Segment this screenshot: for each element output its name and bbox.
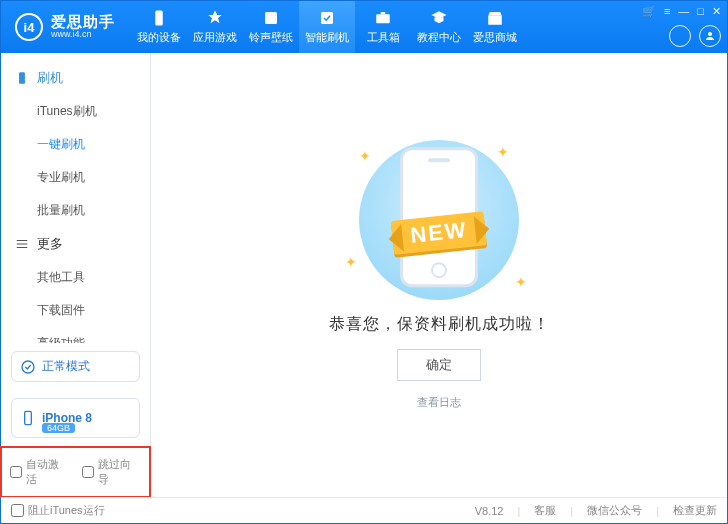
svg-rect-7 [19, 72, 25, 84]
svg-point-6 [708, 32, 712, 36]
sidebar-item-other-tools[interactable]: 其他工具 [1, 261, 150, 294]
title-bar: i4 爱思助手 www.i4.cn 我的设备 应用游戏 铃声壁纸 智能刷机 工具… [1, 1, 727, 53]
close-icon[interactable]: ✕ [712, 5, 721, 18]
cart-icon[interactable]: 🛒 [642, 5, 656, 18]
logo-badge-icon: i4 [15, 13, 43, 41]
mode-indicator[interactable]: 正常模式 [11, 351, 140, 382]
svg-rect-3 [376, 14, 390, 23]
app-subtitle: www.i4.cn [51, 30, 115, 40]
version-label: V8.12 [475, 505, 504, 517]
update-link[interactable]: 检查更新 [673, 503, 717, 518]
confirm-button[interactable]: 确定 [397, 349, 481, 381]
stop-itunes-checkbox[interactable]: 阻止iTunes运行 [11, 503, 105, 518]
sidebar-item-advanced[interactable]: 高级功能 [1, 327, 150, 343]
sidebar-section-flash: 刷机 [1, 61, 150, 95]
minimize-icon[interactable]: — [678, 5, 689, 18]
device-capacity-badge: 64GB [42, 423, 75, 433]
svg-rect-9 [25, 411, 32, 424]
skip-guide-checkbox[interactable]: 跳过向导 [82, 457, 142, 487]
sidebar: 刷机 iTunes刷机 一键刷机 专业刷机 批量刷机 更多 其他工具 下载固件 … [1, 53, 151, 497]
maximize-icon[interactable]: □ [697, 5, 704, 18]
sidebar-item-oneclick-flash[interactable]: 一键刷机 [1, 128, 150, 161]
menu-icon[interactable]: ≡ [664, 5, 670, 18]
tab-tutorial[interactable]: 教程中心 [411, 1, 467, 53]
flash-options: 自动激活 跳过向导 [0, 446, 151, 498]
sidebar-item-pro-flash[interactable]: 专业刷机 [1, 161, 150, 194]
success-message: 恭喜您，保资料刷机成功啦！ [329, 314, 550, 335]
device-indicator[interactable]: iPhone 8 64GB [11, 398, 140, 438]
tab-flash[interactable]: 智能刷机 [299, 1, 355, 53]
download-icon[interactable] [669, 25, 691, 47]
tab-mall[interactable]: 爱思商城 [467, 1, 523, 53]
tab-ringtone[interactable]: 铃声壁纸 [243, 1, 299, 53]
service-link[interactable]: 客服 [534, 503, 556, 518]
auto-activate-checkbox[interactable]: 自动激活 [10, 457, 70, 487]
svg-rect-4 [381, 12, 386, 14]
sidebar-section-more: 更多 [1, 227, 150, 261]
wechat-link[interactable]: 微信公众号 [587, 503, 642, 518]
success-illustration: ✦ ✦ ✦ ✦ NEW [339, 140, 539, 300]
svg-rect-5 [488, 16, 502, 25]
svg-rect-2 [321, 12, 333, 24]
sidebar-item-itunes-flash[interactable]: iTunes刷机 [1, 95, 150, 128]
tab-device[interactable]: 我的设备 [131, 1, 187, 53]
window-buttons: 🛒 ≡ — □ ✕ [642, 5, 721, 18]
app-logo: i4 爱思助手 www.i4.cn [1, 13, 129, 41]
svg-point-8 [22, 361, 34, 373]
sidebar-item-download-fw[interactable]: 下载固件 [1, 294, 150, 327]
main-tabs: 我的设备 应用游戏 铃声壁纸 智能刷机 工具箱 教程中心 爱思商城 [131, 1, 523, 53]
tab-tools[interactable]: 工具箱 [355, 1, 411, 53]
sidebar-item-batch-flash[interactable]: 批量刷机 [1, 194, 150, 227]
user-icon[interactable] [699, 25, 721, 47]
svg-rect-1 [265, 12, 277, 24]
status-bar: 阻止iTunes运行 V8.12| 客服| 微信公众号| 检查更新 [1, 497, 727, 523]
main-content: ✦ ✦ ✦ ✦ NEW 恭喜您，保资料刷机成功啦！ 确定 查看日志 [151, 53, 727, 497]
tab-apps[interactable]: 应用游戏 [187, 1, 243, 53]
app-name: 爱思助手 [51, 14, 115, 31]
view-log-link[interactable]: 查看日志 [417, 395, 461, 410]
svg-rect-0 [155, 11, 163, 26]
